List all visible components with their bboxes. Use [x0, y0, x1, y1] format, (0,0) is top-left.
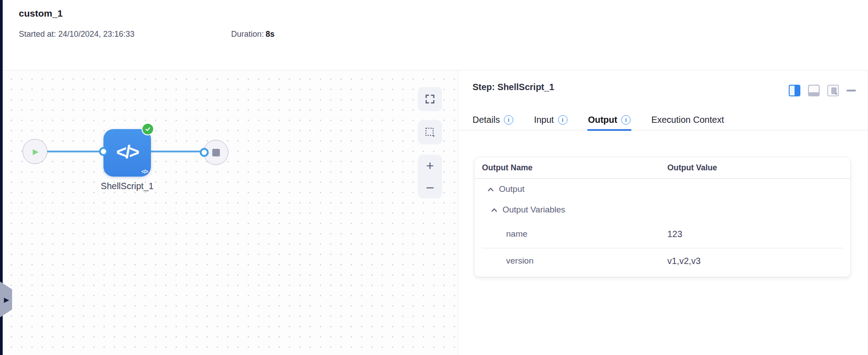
fit-to-screen-button[interactable]	[418, 87, 442, 111]
play-icon: ▶	[33, 148, 39, 156]
chevron-up-icon	[487, 187, 494, 192]
output-table-card: Output Name Output Value Output Output V…	[474, 157, 851, 277]
output-key: name	[482, 229, 667, 239]
panel-layout-controls	[789, 85, 856, 96]
edge-start-to-step	[47, 151, 104, 152]
bottom-view-icon[interactable]	[808, 85, 820, 96]
pipeline-execution-view: custom_1 Started at: 24/10/2024, 23:16:3…	[0, 0, 868, 355]
floating-view-icon[interactable]	[827, 85, 839, 96]
connector-port-right	[200, 148, 209, 157]
tab-execution-context[interactable]: Execution Context	[651, 110, 724, 130]
duration-text: Duration:8s	[231, 30, 275, 39]
column-output-name: Output Name	[482, 163, 667, 173]
zoom-controls: + −	[418, 155, 442, 199]
output-key: version	[482, 256, 667, 266]
stop-icon	[212, 149, 220, 156]
zoom-in-button[interactable]: +	[418, 155, 442, 177]
minimize-panel-button[interactable]	[847, 90, 856, 91]
output-group-row[interactable]: Output	[475, 179, 850, 199]
edge-step-to-end	[148, 151, 204, 152]
active-tab-underline	[587, 129, 632, 131]
info-icon[interactable]: i	[558, 115, 567, 125]
chevron-right-icon: ▶	[4, 296, 9, 303]
connector-port-left	[99, 147, 108, 156]
step-node-label: ShellScript_1	[78, 181, 176, 191]
zoom-out-button[interactable]: −	[418, 177, 442, 199]
step-tabs-bar: Details i Input i Output i Execution Con…	[458, 110, 868, 130]
column-output-value: Output Value	[667, 163, 850, 173]
shell-script-icon: </>	[116, 142, 138, 164]
tab-output[interactable]: Output i	[588, 110, 631, 130]
split-right-view-icon[interactable]	[789, 85, 800, 96]
started-at-text: Started at: 24/10/2024, 23:16:33	[19, 30, 134, 39]
shell-script-mini-icon: </>	[142, 169, 148, 175]
group-label: Output Variables	[503, 205, 565, 215]
info-icon[interactable]: i	[504, 115, 513, 125]
output-variables-group-row[interactable]: Output Variables	[475, 199, 850, 220]
info-icon[interactable]: i	[621, 115, 631, 125]
duration-value: 8s	[266, 30, 275, 39]
step-panel-title: Step: ShellScript_1	[473, 82, 554, 92]
tab-details[interactable]: Details i	[473, 110, 513, 130]
table-row: name 123	[475, 220, 850, 248]
tab-input[interactable]: Input i	[534, 110, 567, 130]
pipeline-title: custom_1	[19, 8, 63, 19]
success-check-icon	[142, 123, 154, 135]
pipeline-canvas[interactable]: ▶ </> </> ShellScript_1 + −	[3, 70, 458, 355]
table-row: version v1,v2,v3	[475, 248, 850, 273]
output-value: v1,v2,v3	[667, 256, 850, 266]
fullscreen-icon	[425, 94, 435, 104]
start-node[interactable]: ▶	[22, 139, 47, 164]
marquee-select-button[interactable]	[418, 120, 442, 144]
output-value: 123	[667, 229, 850, 239]
chevron-up-icon	[491, 208, 498, 212]
execution-header: custom_1 Started at: 24/10/2024, 23:16:3…	[3, 0, 868, 70]
step-node-shellscript[interactable]: </> </>	[103, 129, 151, 177]
marquee-select-icon	[424, 126, 436, 138]
output-table-header: Output Name Output Value	[475, 157, 850, 179]
step-details-panel: Step: ShellScript_1 Details i Input i Ou…	[458, 70, 868, 355]
group-label: Output	[499, 184, 524, 194]
duration-label: Duration:	[231, 30, 264, 39]
